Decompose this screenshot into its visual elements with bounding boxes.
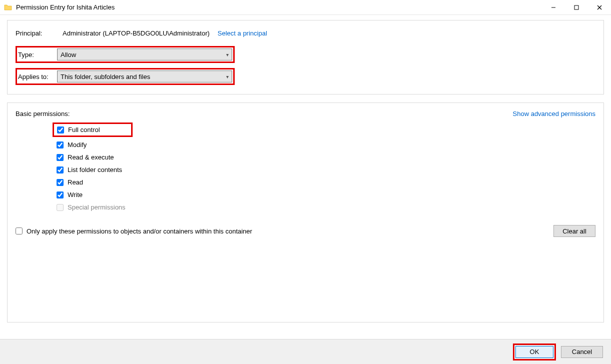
perm-modify[interactable]: Modify: [56, 140, 186, 150]
perm-special-checkbox: [57, 204, 64, 211]
applies-to-label: Applies to:: [18, 73, 55, 80]
cancel-label: Cancel: [572, 348, 592, 356]
minimize-button[interactable]: [542, 0, 565, 14]
perm-full-control-checkbox[interactable]: [57, 126, 64, 134]
chevron-down-icon: ▾: [226, 52, 229, 58]
ok-highlight: OK: [513, 344, 556, 360]
permissions-list: Full control Modify Read & execute List …: [56, 122, 186, 212]
type-row-highlight: Type: Allow ▾: [16, 46, 235, 63]
permissions-panel: Basic permissions: Show advanced permiss…: [7, 102, 604, 322]
window-controls: [542, 0, 611, 14]
only-apply-checkbox[interactable]: [16, 228, 23, 234]
select-principal-link[interactable]: Select a principal: [218, 30, 267, 37]
clear-all-label: Clear all: [562, 228, 586, 235]
perm-write-checkbox[interactable]: [57, 192, 64, 198]
perm-special-label: Special permissions: [68, 204, 126, 211]
perm-full-control-label: Full control: [68, 126, 100, 134]
basic-permissions-label: Basic permissions:: [16, 110, 70, 118]
type-combobox[interactable]: Allow ▾: [57, 48, 232, 60]
svg-rect-1: [574, 6, 578, 10]
show-advanced-permissions-link[interactable]: Show advanced permissions: [513, 110, 595, 118]
dialog-footer: OK Cancel: [0, 339, 611, 364]
perm-list-folder-checkbox[interactable]: [57, 166, 64, 174]
type-label: Type:: [18, 51, 55, 58]
perm-read[interactable]: Read: [56, 178, 186, 187]
applies-to-combobox[interactable]: This folder, subfolders and files ▾: [57, 70, 232, 82]
perm-read-execute-label: Read & execute: [68, 154, 114, 161]
perm-full-control[interactable]: Full control: [53, 122, 133, 137]
ok-label: OK: [530, 348, 539, 356]
perm-write-label: Write: [68, 191, 83, 198]
clear-all-button[interactable]: Clear all: [553, 225, 595, 237]
maximize-button[interactable]: [565, 0, 588, 14]
perm-read-execute[interactable]: Read & execute: [56, 152, 186, 162]
perm-special: Special permissions: [56, 202, 186, 212]
window-title: Permission Entry for Ishita Articles: [16, 4, 115, 11]
cancel-button[interactable]: Cancel: [561, 346, 603, 358]
type-combobox-value: Allow: [61, 51, 76, 58]
principal-label: Principal:: [16, 30, 56, 37]
perm-read-label: Read: [68, 178, 83, 186]
perm-list-folder[interactable]: List folder contents: [56, 165, 186, 174]
perm-list-folder-label: List folder contents: [68, 166, 122, 174]
perm-write[interactable]: Write: [56, 190, 186, 200]
principal-panel: Principal: Administrator (LAPTOP-B5DGO0L…: [7, 20, 604, 94]
applies-row-highlight: Applies to: This folder, subfolders and …: [16, 68, 235, 85]
perm-read-execute-checkbox[interactable]: [57, 154, 64, 161]
folder-icon: [4, 4, 12, 12]
only-apply-label: Only apply these permissions to objects …: [27, 228, 252, 235]
chevron-down-icon: ▾: [226, 74, 229, 80]
perm-read-checkbox[interactable]: [57, 179, 64, 186]
close-button[interactable]: [588, 0, 611, 14]
ok-button[interactable]: OK: [515, 346, 553, 358]
principal-value: Administrator (LAPTOP-B5DGO0LU\Administr…: [63, 30, 210, 37]
perm-modify-label: Modify: [68, 141, 87, 148]
applies-to-combobox-value: This folder, subfolders and files: [61, 73, 150, 80]
title-bar: Permission Entry for Ishita Articles: [0, 0, 611, 15]
perm-modify-checkbox[interactable]: [57, 142, 64, 148]
